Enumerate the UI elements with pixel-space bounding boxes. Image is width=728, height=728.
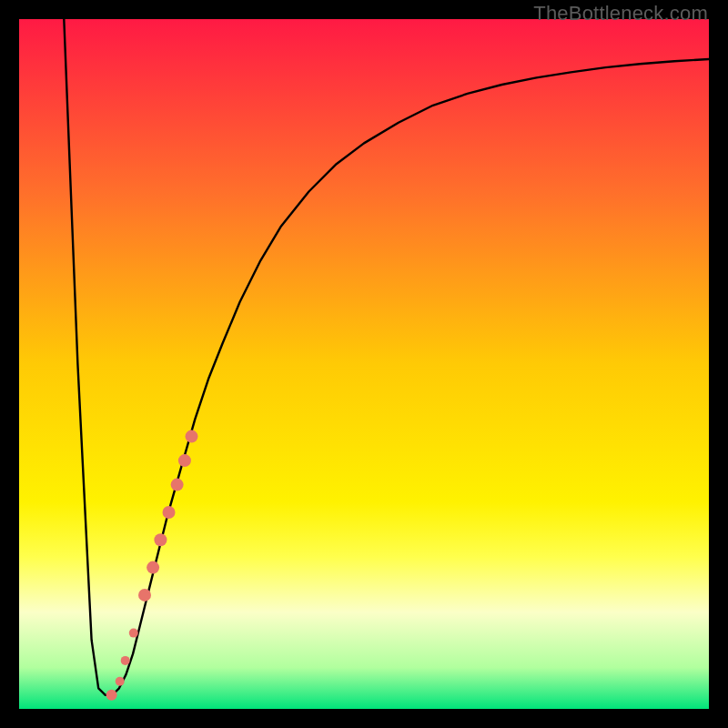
marker-dot: [138, 589, 151, 602]
gradient-background: [19, 19, 709, 709]
marker-dot: [147, 561, 159, 574]
marker-dot: [154, 533, 167, 546]
chart-svg: [19, 19, 709, 709]
marker-dot: [171, 479, 184, 491]
marker-dot: [129, 629, 138, 638]
plot-area: [19, 19, 709, 709]
chart-frame: TheBottleneck.com: [0, 0, 728, 728]
marker-dot: [163, 506, 176, 519]
marker-dot: [116, 677, 125, 686]
marker-dot: [186, 430, 198, 443]
marker-dot: [178, 454, 191, 467]
marker-dot: [121, 656, 130, 665]
watermark-text: TheBottleneck.com: [533, 2, 708, 25]
marker-dot: [106, 690, 117, 701]
